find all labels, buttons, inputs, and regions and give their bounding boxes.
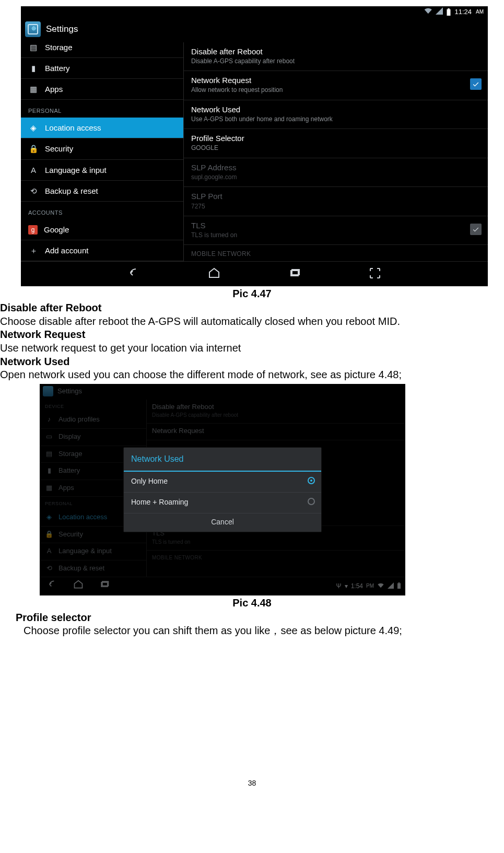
row-title: TLS — [191, 220, 480, 230]
sidebar-item-label: Language & input — [45, 165, 107, 175]
network-used-dialog: Network Used Only Home Home + Roaming Ca… — [123, 447, 322, 532]
row-subtitle: Allow network to request position — [191, 86, 480, 94]
dialog-overlay: Network Used Only Home Home + Roaming Ca… — [40, 384, 405, 595]
screenshot-2: Settings DEVICE ♪Audio profiles ▭Display… — [40, 384, 405, 595]
row-subtitle: Use A-GPS both under home and roaming ne… — [191, 115, 480, 123]
wifi-icon — [424, 7, 433, 17]
google-icon: g — [28, 225, 38, 235]
settings-detail-panel: Disable after Reboot Disable A-GPS capab… — [184, 42, 488, 262]
row-subtitle: 7275 — [191, 203, 480, 211]
language-icon: A — [28, 165, 39, 175]
settings-sidebar: ▤ Storage ▮ Battery ▦ Apps PERSONAL ◈ Lo… — [21, 42, 184, 262]
row-title: SLP Address — [191, 162, 480, 172]
dialog-title: Network Used — [124, 448, 321, 472]
sidebar-item-label: Battery — [45, 63, 70, 73]
sidebar-item-google[interactable]: g Google — [21, 219, 183, 240]
row-tls: TLS TLS is turned on — [184, 216, 488, 246]
dialog-cancel-label: Cancel — [211, 518, 234, 526]
nav-back-icon[interactable] — [127, 267, 140, 282]
sidebar-item-label: Google — [44, 225, 69, 235]
radio-unselected-icon[interactable] — [308, 498, 315, 505]
row-subtitle: MOBILE NETWORK — [191, 250, 480, 258]
sidebar-item-label: Security — [45, 144, 73, 154]
apps-icon: ▦ — [28, 84, 39, 94]
sidebar-item-label: Location access — [45, 123, 101, 133]
status-ampm: AM — [476, 9, 484, 16]
dialog-option-home-roaming[interactable]: Home + Roaming — [124, 493, 321, 513]
sidebar-item-backup[interactable]: ⟲ Backup & reset — [21, 181, 183, 202]
status-clock: 11:24 — [454, 8, 472, 17]
sidebar-item-label: Add account — [45, 246, 88, 255]
backup-icon: ⟲ — [28, 186, 39, 196]
row-slp-address: SLP Address supl.google.com — [184, 158, 488, 188]
storage-icon: ▤ — [28, 42, 39, 52]
dialog-option-only-home[interactable]: Only Home — [124, 472, 321, 493]
settings-app-icon — [25, 21, 41, 37]
svg-rect-0 — [447, 9, 451, 16]
battery-icon: ▮ — [28, 63, 39, 73]
row-subtitle: Disable A-GPS capability after reboot — [191, 57, 480, 65]
sidebar-header-accounts: ACCOUNTS — [21, 202, 183, 219]
section-heading-profile: Profile selector — [16, 611, 504, 625]
sidebar-item-location[interactable]: ◈ Location access — [21, 118, 183, 138]
row-subtitle: GOOGLE — [191, 144, 480, 152]
sidebar-item-security[interactable]: 🔒 Security — [21, 138, 183, 159]
caption-2: Pic 4.48 — [0, 597, 504, 610]
page-number: 38 — [0, 779, 504, 788]
dialog-cancel-button[interactable]: Cancel — [124, 513, 321, 532]
plus-icon: ＋ — [28, 246, 39, 255]
row-network-request[interactable]: Network Request Allow network to request… — [184, 71, 488, 100]
svg-rect-1 — [448, 8, 450, 9]
row-profile-selector[interactable]: Profile Selector GOOGLE — [184, 129, 488, 158]
sidebar-item-language[interactable]: A Language & input — [21, 160, 183, 181]
row-subtitle: TLS is turned on — [191, 231, 480, 239]
sidebar-item-storage[interactable]: ▤ Storage — [21, 42, 183, 58]
sidebar-item-label: Apps — [45, 84, 63, 94]
row-title: SLP Port — [191, 191, 480, 201]
screenshot-1: 11:24 AM Settings ▤ Storage ▮ Battery ▦ … — [21, 6, 488, 286]
section-heading-netused: Network Used — [0, 355, 504, 369]
nav-screenshot-icon[interactable] — [369, 267, 381, 282]
section-para-netreq: Use network request to get your location… — [0, 342, 504, 355]
sidebar-item-label: Backup & reset — [45, 186, 98, 196]
radio-selected-icon[interactable] — [308, 477, 315, 484]
dialog-option-label: Only Home — [131, 477, 168, 485]
sidebar-item-battery[interactable]: ▮ Battery — [21, 58, 183, 79]
caption-1: Pic 4.47 — [0, 287, 504, 301]
signal-icon — [436, 7, 443, 17]
checkbox-checked-icon[interactable] — [470, 78, 482, 90]
row-disable-after-reboot[interactable]: Disable after Reboot Disable A-GPS capab… — [184, 42, 488, 72]
section-heading-netreq: Network Request — [0, 328, 504, 342]
page-title: Settings — [46, 24, 78, 35]
status-bar: 11:24 AM — [21, 6, 488, 18]
nav-recent-icon[interactable] — [288, 267, 301, 282]
location-icon: ◈ — [28, 123, 39, 133]
title-bar: Settings — [21, 18, 488, 42]
lock-icon: 🔒 — [28, 144, 39, 154]
row-title: Disable after Reboot — [191, 46, 480, 56]
row-slp-port: SLP Port 7275 — [184, 187, 488, 216]
row-title: Network Request — [191, 75, 480, 85]
row-network-used[interactable]: Network Used Use A-GPS both under home a… — [184, 100, 488, 130]
sidebar-item-apps[interactable]: ▦ Apps — [21, 79, 183, 100]
sidebar-item-add-account[interactable]: ＋ Add account — [21, 240, 183, 261]
section-heading-disable: Disable after Reboot — [0, 301, 504, 315]
section-para-disable: Choose disable after reboot the A-GPS wi… — [0, 315, 504, 329]
checkbox-checked-disabled-icon — [470, 224, 482, 235]
section-para-profile: Choose profile selector you can shift th… — [24, 624, 504, 638]
android-nav-bar — [21, 261, 488, 286]
row-title: Profile Selector — [191, 133, 480, 143]
row-mobile-network-header: MOBILE NETWORK — [184, 245, 488, 260]
nav-home-icon[interactable] — [208, 267, 220, 282]
sidebar-item-label: Storage — [45, 42, 73, 52]
row-title: Network Used — [191, 104, 480, 114]
dialog-option-label: Home + Roaming — [131, 498, 188, 506]
battery-icon — [446, 8, 451, 16]
section-para-netused: Open network used you can choose the dif… — [0, 368, 504, 382]
row-subtitle: supl.google.com — [191, 173, 480, 181]
sidebar-header-personal: PERSONAL — [21, 100, 183, 118]
